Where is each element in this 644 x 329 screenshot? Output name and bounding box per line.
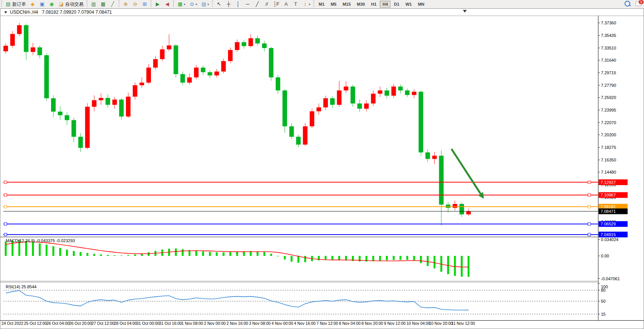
autotrade-button[interactable]: ◪自动交易 xyxy=(57,0,85,8)
trend-arrow-shaft[interactable] xyxy=(451,149,480,194)
date-label: 31 Oct 16:00 xyxy=(159,321,182,326)
candle-body xyxy=(276,77,280,90)
hline-7.12927[interactable] xyxy=(3,181,598,184)
dropdown-caret-icon[interactable]: ▾ xyxy=(184,3,185,6)
vertical-line-button[interactable]: │ xyxy=(234,0,243,8)
candle-body xyxy=(242,42,246,46)
line-handle[interactable] xyxy=(4,205,7,208)
candle-body xyxy=(31,47,35,52)
periods-button[interactable]: ⊙▾ xyxy=(188,0,199,8)
macd-bar xyxy=(454,256,456,276)
macd-bar xyxy=(216,252,218,256)
candle-body xyxy=(58,112,63,115)
bar-chart-icon: ▥ xyxy=(91,0,96,8)
macd-label: MACD(12,26,9) -0.043375 -0.023293 xyxy=(6,238,75,243)
date-label: 26 Oct 04:00 xyxy=(47,321,69,326)
cursor-button[interactable]: ↖ xyxy=(215,0,223,8)
crosshair-icon: ┼ xyxy=(226,0,231,8)
gold-button[interactable]: ◆ xyxy=(28,0,37,8)
tile-windows-icon: ⊞ xyxy=(142,0,148,8)
macd-bar xyxy=(87,253,88,256)
notifications-icon[interactable]: 1 xyxy=(636,1,642,6)
hline-7.09181[interactable] xyxy=(3,205,598,208)
macd-bar xyxy=(427,256,429,266)
community-button[interactable]: ▣ xyxy=(38,0,47,8)
hline-7.06529[interactable] xyxy=(3,223,598,225)
horizontal-line-icon: ─ xyxy=(245,0,251,8)
dropdown-caret-icon[interactable]: ▾ xyxy=(207,3,209,6)
timeframe-mn-button[interactable]: MN xyxy=(415,1,427,8)
macd-bar xyxy=(32,242,34,256)
text-label-icon: T xyxy=(293,0,299,8)
line-handle[interactable] xyxy=(588,233,591,236)
new-order-button[interactable]: ▤新订单 xyxy=(4,0,27,8)
tile-windows-button[interactable]: ⊞ xyxy=(140,0,149,8)
fibonacci-button[interactable]: ┆F xyxy=(272,0,281,8)
zoom-in-button[interactable]: ⊕ xyxy=(121,0,130,8)
dropdown-caret-icon[interactable]: ▾ xyxy=(196,3,197,6)
search-icon[interactable] xyxy=(625,1,630,6)
line-handle[interactable] xyxy=(588,205,591,208)
macd-axis-label: 0.034024 xyxy=(601,237,618,242)
timeframe-m15-button[interactable]: M15 xyxy=(340,1,353,8)
text-button[interactable]: A xyxy=(282,0,291,8)
auto-scroll-button[interactable]: ▶ xyxy=(153,0,162,8)
arrows-button[interactable]: ↕▾ xyxy=(301,0,312,8)
hline-7.10967[interactable] xyxy=(3,194,598,196)
text-label-button[interactable]: T xyxy=(291,0,300,8)
price-badge-label: 7.12927 xyxy=(601,180,616,185)
line-handle[interactable] xyxy=(4,194,7,196)
new-chart-button[interactable]: ▦▾ xyxy=(176,0,187,8)
line-handle[interactable] xyxy=(4,223,7,225)
templates-button[interactable]: ▧▾ xyxy=(199,0,210,8)
chart-shift-button[interactable]: ◀ xyxy=(163,0,172,8)
signals-button[interactable]: ◉ xyxy=(47,0,56,8)
line-handle[interactable] xyxy=(4,233,7,236)
timeframe-w1-button[interactable]: W1 xyxy=(403,1,414,8)
timeframe-h1-button[interactable]: H1 xyxy=(368,1,379,8)
candle-body xyxy=(221,61,226,71)
macd-bar xyxy=(80,252,82,256)
timeframe-d1-button[interactable]: D1 xyxy=(391,1,402,8)
macd-bar xyxy=(447,256,449,274)
hline-7.04915[interactable] xyxy=(3,233,598,236)
timeframe-m1-button[interactable]: M1 xyxy=(316,1,327,8)
candle-body xyxy=(412,92,416,95)
chart-area[interactable]: 7.373607.354357.335107.316407.297157.277… xyxy=(0,16,644,329)
price-badge-label: 7.09181 xyxy=(601,204,616,209)
chart-canvas[interactable]: 7.373607.354357.335107.316407.297157.277… xyxy=(0,16,644,329)
candlestick-chart-button[interactable]: ▦ xyxy=(99,0,108,8)
crosshair-button[interactable]: ┼ xyxy=(224,0,233,8)
trendline-button[interactable]: ╱ xyxy=(253,0,262,8)
timeframe-m30-button[interactable]: M30 xyxy=(354,1,368,8)
macd-bar xyxy=(46,244,48,256)
toolbar-grip xyxy=(1,0,2,7)
line-handle[interactable] xyxy=(588,223,591,225)
chart-title-bar: USDCNH-,H4 7.08182 7.09920 7.07904 7.084… xyxy=(0,9,644,16)
horizontal-line-button[interactable]: ─ xyxy=(243,0,252,8)
timeframe-h4-button[interactable]: H4 xyxy=(380,1,390,8)
price-tick-label: 7.29715 xyxy=(601,70,616,75)
trend-arrow-annotation[interactable] xyxy=(451,149,484,199)
chart-shift-marker-icon[interactable] xyxy=(463,10,467,13)
toolbar-grip xyxy=(313,0,314,7)
dropdown-caret-icon[interactable]: ▾ xyxy=(309,3,310,6)
zoom-out-button[interactable]: ⊖ xyxy=(131,0,140,8)
line-handle[interactable] xyxy=(588,194,591,196)
macd-bar xyxy=(393,256,395,260)
line-handle[interactable] xyxy=(4,181,7,184)
macd-bar xyxy=(291,256,292,262)
date-label: 8 Nov 20:00 xyxy=(361,321,383,326)
candle-body xyxy=(208,72,212,76)
toolbar-grip xyxy=(173,0,174,7)
rsi-axis-label: 50 xyxy=(601,299,605,303)
price-tick-label: 7.33510 xyxy=(601,46,616,50)
channel-button[interactable]: // xyxy=(262,0,271,8)
chart-menu-icon[interactable] xyxy=(4,11,7,13)
channel-icon: // xyxy=(264,0,270,8)
line-chart-button[interactable]: ╱ xyxy=(108,0,117,8)
bar-chart-button[interactable]: ▥ xyxy=(89,0,98,8)
candle-body xyxy=(371,94,376,104)
timeframe-m5-button[interactable]: M5 xyxy=(328,1,339,8)
line-handle[interactable] xyxy=(588,181,591,184)
